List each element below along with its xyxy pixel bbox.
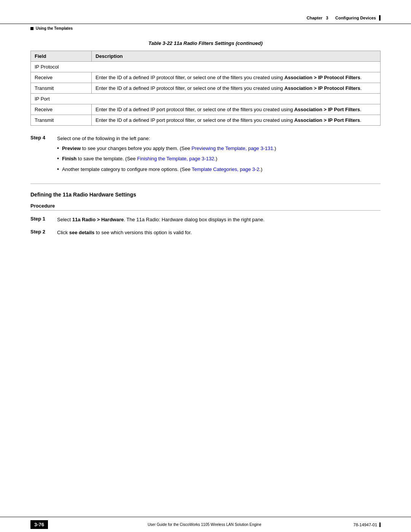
step1-row: Step 1 Select 11a Radio > Hardware. The … (30, 216, 381, 224)
section-divider (30, 184, 381, 184)
table-row: Transmit Enter the ID of a defined IP pr… (31, 83, 381, 94)
step4-intro: Select one of the following in the left … (57, 136, 150, 141)
step2-bold: see details (69, 230, 95, 235)
defining-heading: Defining the 11a Radio Hardware Settings (30, 192, 381, 198)
bold-finish: Finish (62, 156, 76, 161)
desc-receive-2: Enter the ID of a defined IP port protoc… (92, 104, 381, 115)
chapter-label: Chapter (307, 16, 323, 20)
section-label-ip-port: IP Port (31, 94, 381, 104)
step2-content: Click see details to see which versions … (57, 229, 381, 236)
sidebar-label-text: Using the Templates (36, 26, 73, 30)
step4-label: Step 4 (30, 135, 49, 141)
table-row: Transmit Enter the ID of a defined IP po… (31, 115, 381, 126)
desc-transmit-2: Enter the ID of a defined IP port protoc… (92, 115, 381, 126)
chapter-title: Configuring Devices (335, 16, 376, 20)
chapter-number: 3 (326, 16, 328, 20)
table-row: Receive Enter the ID of a defined IP por… (31, 104, 381, 115)
footer-bar-icon (379, 522, 381, 527)
field-receive-1: Receive (31, 72, 92, 83)
field-transmit-1: Transmit (31, 83, 92, 94)
step4-bullets: Preview to see your changes before you a… (57, 145, 381, 173)
step1-bold: 11a Radio > Hardware (72, 217, 124, 222)
defining-section: Defining the 11a Radio Hardware Settings… (30, 192, 381, 236)
steps-section: Step 4 Select one of the following in th… (30, 135, 381, 176)
field-transmit-2: Transmit (31, 115, 92, 126)
bold-association-3: Association > IP Port Filters (294, 107, 360, 112)
table-row: Receive Enter the ID of a defined IP pro… (31, 72, 381, 83)
main-content: Table 3-22 11a Radio Filters Settings (c… (0, 33, 411, 249)
doc-number-text: 78-14947-01 (354, 522, 377, 527)
field-receive-2: Receive (31, 104, 92, 115)
step2-label: Step 2 (30, 229, 49, 235)
header-bar-icon (379, 15, 381, 21)
step1-label: Step 1 (30, 216, 49, 222)
bullet-finish-text: Finish to save the template. (See Finish… (62, 155, 217, 163)
filters-table: Field Description IP Protocol Receive En… (30, 51, 381, 126)
table-title: Table 3-22 11a Radio Filters Settings (c… (30, 40, 381, 46)
step4-row: Step 4 Select one of the following in th… (30, 135, 381, 176)
step1-content: Select 11a Radio > Hardware. The 11a Rad… (57, 216, 381, 224)
desc-transmit-1: Enter the ID of a defined IP protocol fi… (92, 83, 381, 94)
bold-association-1: Association > IP Protocol Filters (284, 75, 360, 80)
link-finishing-template[interactable]: Finishing the Template, page 3-132 (137, 156, 214, 161)
link-template-categories[interactable]: Template Categories, page 3-2 (192, 166, 260, 172)
link-previewing-template[interactable]: Previewing the Template, page 3-131 (191, 145, 273, 151)
bold-preview: Preview (62, 145, 81, 151)
page-container: Chapter 3 Configuring Devices Using the … (0, 0, 411, 532)
list-item: Another template category to configure m… (57, 166, 381, 173)
sidebar-label: Using the Templates (0, 24, 411, 33)
section-label-ip-protocol: IP Protocol (31, 62, 381, 72)
step2-row: Step 2 Click see details to see which ve… (30, 229, 381, 236)
bold-association-2: Association > IP Protocol Filters (284, 85, 360, 91)
bold-association-4: Association > IP Port Filters (294, 117, 360, 123)
list-item: Preview to see your changes before you a… (57, 145, 381, 152)
page-footer: 3-76 User Guide for the CiscoWorks 1105 … (0, 517, 411, 532)
header-chapter: Chapter 3 Configuring Devices (307, 16, 376, 20)
col-header-field: Field (31, 51, 92, 62)
procedure-label: Procedure (30, 203, 381, 211)
bullet-preview-text: Preview to see your changes before you a… (62, 145, 276, 152)
table-row: IP Protocol (31, 62, 381, 72)
col-header-description: Description (92, 51, 381, 62)
desc-receive-1: Enter the ID of a defined IP protocol fi… (92, 72, 381, 83)
footer-doc-number: 78-14947-01 (354, 522, 381, 527)
list-item: Finish to save the template. (See Finish… (57, 155, 381, 163)
step4-content: Select one of the following in the left … (57, 135, 381, 176)
bullet-another-text: Another template category to configure m… (62, 166, 263, 173)
footer-guide-text: User Guide for the CiscoWorks 1105 Wirel… (56, 522, 354, 527)
page-number: 3-76 (30, 520, 48, 529)
table-row: IP Port (31, 94, 381, 104)
page-header: Chapter 3 Configuring Devices (0, 0, 411, 24)
